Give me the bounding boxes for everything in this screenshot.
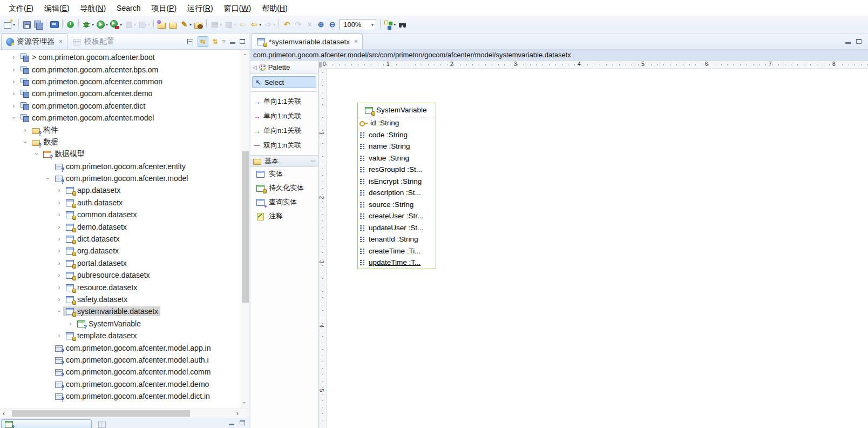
entity-field[interactable]: createTime :Ti... — [358, 245, 436, 257]
menu-navigate[interactable]: 导航(N) — [75, 0, 111, 16]
tree-expander-icon[interactable]: › — [55, 199, 63, 206]
tree-expander-icon[interactable]: › — [55, 284, 63, 291]
tree-expander-icon[interactable]: › — [55, 186, 63, 194]
tree-expander-icon[interactable]: › — [44, 175, 52, 183]
dropdown-arrow-icon[interactable]: ▾ — [92, 22, 94, 27]
tree-item-row[interactable]: ?数据模型 — [40, 149, 87, 159]
tree-item[interactable]: ›dict.datasetx — [0, 233, 249, 245]
entity-systemvariable[interactable]: SystemVariable id :Stringcode :Stringnam… — [357, 103, 436, 269]
tree-item[interactable]: ›org.datasetx — [0, 245, 249, 257]
tree-item[interactable]: ›demo.datasetx — [0, 220, 249, 232]
tree-item-row[interactable]: portal.datasetx — [63, 258, 129, 268]
entity-field[interactable]: createUser :Str... — [358, 210, 436, 222]
dropdown-arrow-icon[interactable]: ▾ — [259, 22, 261, 27]
open-bean-button[interactable] — [193, 19, 204, 30]
tree-expander-icon[interactable]: › — [10, 54, 18, 61]
tree-item-row[interactable]: com.primeton.gocom.afcenter.common — [18, 77, 165, 86]
scroll-down-icon[interactable]: › — [241, 402, 248, 404]
tree-item[interactable]: ›?数据 — [0, 136, 249, 148]
tree-item[interactable]: ?com.primeton.gocom.afcenter.model.auth.… — [0, 354, 249, 366]
tree-item-row[interactable]: ?数据 — [29, 137, 60, 148]
tree-item[interactable]: ›app.datasetx — [0, 184, 249, 196]
palette-pin-icon[interactable]: «» — [310, 158, 316, 164]
tree-item-row[interactable]: com.primeton.gocom.afcenter.dict — [18, 101, 147, 111]
maximize-icon[interactable] — [856, 39, 862, 44]
menu-edit[interactable]: 编辑(E) — [39, 0, 75, 16]
scroll-up-icon[interactable]: › — [241, 54, 248, 56]
menu-search[interactable]: Search — [111, 0, 146, 16]
entity-field[interactable]: source :String — [358, 199, 436, 211]
tree-item[interactable]: ›resource.datasetx — [0, 281, 249, 293]
tree-item-row[interactable]: safety.datasetx — [63, 295, 130, 304]
tree-item-row[interactable]: demo.datasetx — [63, 222, 129, 232]
menu-window[interactable]: 窗口(W) — [219, 0, 257, 16]
tree-item[interactable]: ›com.primeton.gocom.afcenter.bps.om — [0, 63, 249, 75]
search-button[interactable] — [397, 19, 408, 30]
tree-expander-icon[interactable]: › — [10, 114, 18, 122]
tree-item-row[interactable]: ?com.primeton.gocom.afcenter.model.dict.… — [52, 391, 212, 401]
minimize-icon[interactable] — [230, 39, 235, 44]
run-button[interactable]: ▾ — [96, 19, 109, 30]
tree-item[interactable]: ›portal.datasetx — [0, 257, 249, 269]
tree-item[interactable]: ?com.primeton.gocom.afcenter.model.dict.… — [0, 390, 249, 402]
zoom-level-combo[interactable]: 100%▾ — [340, 19, 376, 30]
tree-expander-icon[interactable]: › — [22, 138, 29, 146]
tree-item[interactable]: ›safety.datasetx — [0, 293, 249, 305]
tree-expander-icon[interactable]: › — [55, 211, 63, 218]
palette-tool-select[interactable]: ↖ Select — [252, 76, 316, 88]
tree-item-row[interactable]: ?SystemVariable — [74, 319, 143, 329]
tree-item-row[interactable]: template.datasetx — [63, 331, 139, 340]
dropdown-arrow-icon[interactable]: ▾ — [106, 22, 108, 27]
dropdown-arrow-icon[interactable]: ▾ — [394, 22, 396, 27]
entity-title-row[interactable]: SystemVariable — [358, 103, 436, 117]
dropdown-arrow-icon[interactable]: ▾ — [189, 22, 192, 27]
entity-field[interactable]: updateUser :St... — [358, 222, 436, 234]
editor-tab-systemvariable[interactable]: *systemvariable.datasetx × — [252, 34, 363, 49]
tree-expander-icon[interactable]: › — [55, 223, 63, 231]
debug-button[interactable]: ▾ — [82, 19, 94, 30]
tree-expander-icon[interactable]: › — [55, 332, 63, 339]
tree-expander-icon[interactable]: › — [21, 126, 29, 134]
close-icon[interactable]: × — [354, 38, 358, 45]
tree-item[interactable]: ›?数据模型 — [0, 148, 249, 160]
scrollbar-thumb[interactable] — [242, 151, 249, 303]
tree-item-row[interactable]: ?com.primeton.gocom.afcenter.model.app.i… — [52, 343, 213, 353]
view-menu-icon[interactable]: ▽ — [222, 39, 226, 44]
palette-group-basic[interactable]: 基本 «» — [250, 155, 318, 167]
tree-item-row[interactable]: ?com.primeton.gocom.afcenter.model.comm — [52, 367, 213, 377]
entity-field[interactable]: name :String — [358, 141, 436, 152]
tree-item[interactable]: ›common.datasetx — [0, 209, 249, 220]
tree-item[interactable]: ›?com.primeton.gocom.afcenter.model — [0, 172, 249, 184]
tree-item-row[interactable]: app.datasetx — [63, 185, 123, 195]
palette-tool-2[interactable]: →单向n:1关联 — [250, 123, 318, 138]
minimize-icon[interactable] — [229, 420, 234, 425]
tree-expander-icon[interactable]: › — [10, 102, 18, 110]
tree-item[interactable]: ›com.primeton.gocom.afcenter.model — [0, 112, 249, 124]
tree-expander-icon[interactable]: › — [66, 320, 74, 327]
back-button[interactable]: ⇦▾ — [249, 19, 262, 30]
new-wizard-button[interactable]: ▾ — [3, 19, 16, 30]
tree-item[interactable]: ›auth.datasetx — [0, 197, 249, 209]
tree-expander-icon[interactable]: › — [55, 271, 63, 279]
open-folder-button[interactable] — [168, 19, 178, 30]
bottom-view-tab-2[interactable] — [97, 420, 107, 428]
scroll-right-icon[interactable]: › — [236, 410, 239, 417]
scroll-left-icon[interactable]: ‹ — [3, 410, 5, 417]
tree-expander-icon[interactable]: › — [10, 66, 18, 73]
save-button[interactable] — [22, 19, 32, 30]
tree-expander-icon[interactable]: › — [55, 259, 63, 267]
tree-item[interactable]: ?com.primeton.gocom.afcenter.model.demo — [0, 378, 249, 390]
tree-item-row[interactable]: ?构件 — [29, 125, 60, 136]
tree-item-row[interactable]: ?com.primeton.gocom.afcenter.model.demo — [52, 379, 211, 389]
vertical-scrollbar[interactable]: › › — [241, 50, 249, 409]
entity-field[interactable]: id :String — [358, 117, 436, 129]
tree-item[interactable]: ?com.primeton.gocom.afcenter.model.app.i… — [0, 342, 249, 353]
entity-field[interactable]: description :St... — [358, 187, 436, 199]
tree-item-row[interactable]: dict.datasetx — [63, 234, 122, 244]
palette-tool-0[interactable]: →单向1:1关联 — [250, 94, 318, 109]
zoom-in-button[interactable]: ⊕ — [316, 19, 326, 30]
horizontal-scrollbar[interactable]: ‹ › — [0, 409, 249, 418]
palette-item[interactable]: 查询实体 — [250, 195, 318, 209]
palette-item[interactable]: 实体 — [250, 167, 318, 181]
tree-item[interactable]: ›com.primeton.gocom.afcenter.demo — [0, 88, 249, 99]
